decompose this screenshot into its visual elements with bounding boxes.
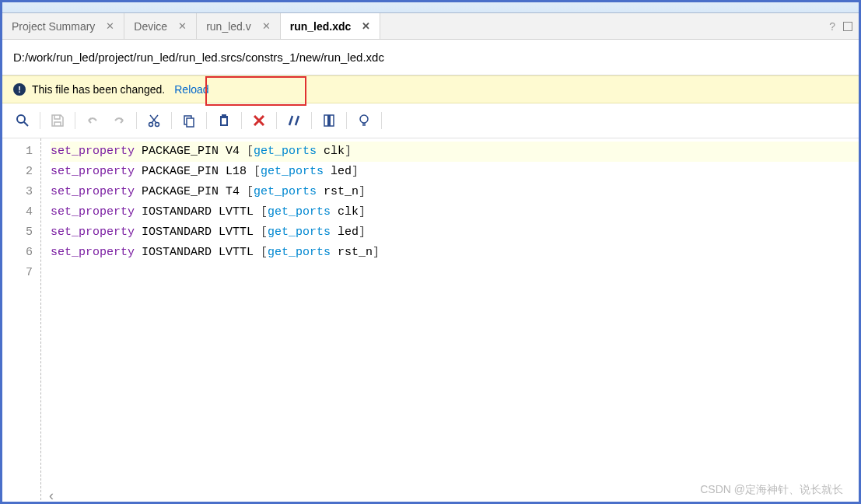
close-icon[interactable]: ✕ xyxy=(362,20,370,32)
redo-icon[interactable] xyxy=(107,110,131,131)
svg-line-13 xyxy=(289,116,292,125)
code-line[interactable]: set_property IOSTANDARD LVTTL [get_ports… xyxy=(51,222,859,243)
tab-device[interactable]: Device ✕ xyxy=(124,13,197,39)
svg-rect-10 xyxy=(222,118,226,124)
code-line[interactable] xyxy=(51,263,859,283)
line-number: 7 xyxy=(2,263,33,283)
separator xyxy=(311,112,312,129)
cut-icon[interactable] xyxy=(142,110,166,131)
code-line[interactable]: set_property IOSTANDARD LVTTL [get_ports… xyxy=(51,243,859,263)
column-select-icon[interactable] xyxy=(317,110,341,131)
svg-line-1 xyxy=(24,122,28,126)
editor-toolbar xyxy=(2,103,859,138)
info-icon: ! xyxy=(13,83,26,96)
separator xyxy=(171,112,172,129)
code-content[interactable]: set_property PACKAGE_PIN V4 [get_ports c… xyxy=(41,138,859,504)
separator xyxy=(276,112,277,129)
tab-label: run_led.v xyxy=(206,20,251,33)
separator xyxy=(346,112,347,129)
watermark: CSDN @定海神针、说长就长 xyxy=(700,483,843,497)
comment-icon[interactable] xyxy=(282,110,306,131)
separator xyxy=(206,112,207,129)
undo-icon[interactable] xyxy=(80,110,105,131)
annotation-highlight-box xyxy=(205,76,306,106)
copy-icon[interactable] xyxy=(177,110,201,131)
tab-label: run_led.xdc xyxy=(290,20,352,33)
tab-label: Project Summary xyxy=(12,20,95,33)
file-path: D:/work/run_led/project/run_led/run_led.… xyxy=(2,40,859,75)
help-icon[interactable]: ? xyxy=(829,20,835,33)
line-number: 5 xyxy=(2,222,33,243)
tab-bar: Project Summary ✕ Device ✕ run_led.v ✕ r… xyxy=(2,13,859,40)
code-line[interactable]: set_property IOSTANDARD LVTTL [get_ports… xyxy=(51,202,859,222)
save-icon[interactable] xyxy=(45,110,70,131)
code-editor[interactable]: 1234567 set_property PACKAGE_PIN V4 [get… xyxy=(2,138,859,504)
svg-line-14 xyxy=(296,116,299,125)
close-icon[interactable]: ✕ xyxy=(106,20,114,32)
tab-label: Device xyxy=(134,20,167,33)
separator xyxy=(75,112,75,129)
separator xyxy=(40,112,40,129)
close-icon[interactable]: ✕ xyxy=(262,20,271,32)
separator xyxy=(136,112,137,129)
separator xyxy=(381,112,382,129)
svg-point-17 xyxy=(360,115,368,123)
tab-run-led-v[interactable]: run_led.v ✕ xyxy=(197,13,281,39)
scroll-left-icon[interactable]: ‹ xyxy=(49,488,54,504)
window-title-bar xyxy=(2,2,859,13)
code-line[interactable]: set_property PACKAGE_PIN L18 [get_ports … xyxy=(51,162,859,182)
line-number: 1 xyxy=(2,142,33,162)
tab-project-summary[interactable]: Project Summary ✕ xyxy=(2,13,124,39)
line-gutter: 1234567 xyxy=(2,138,41,504)
reload-link[interactable]: Reload xyxy=(174,83,208,96)
close-icon[interactable]: ✕ xyxy=(178,20,187,32)
paste-icon[interactable] xyxy=(212,110,236,131)
line-number: 6 xyxy=(2,243,33,263)
line-number: 2 xyxy=(2,162,33,182)
svg-rect-16 xyxy=(327,115,331,126)
svg-rect-7 xyxy=(187,118,194,127)
notification-bar: ! This file has been changed. Reload xyxy=(2,75,859,103)
separator xyxy=(241,112,242,129)
line-number: 3 xyxy=(2,182,33,202)
svg-rect-9 xyxy=(222,114,226,117)
code-line[interactable]: set_property PACKAGE_PIN V4 [get_ports c… xyxy=(51,142,859,162)
notification-text: This file has been changed. xyxy=(32,83,165,96)
delete-icon[interactable] xyxy=(247,110,271,131)
code-line[interactable]: set_property PACKAGE_PIN T4 [get_ports r… xyxy=(51,182,859,202)
svg-point-0 xyxy=(17,115,25,123)
tab-run-led-xdc[interactable]: run_led.xdc ✕ xyxy=(281,13,381,39)
maximize-icon[interactable] xyxy=(843,22,852,31)
line-number: 4 xyxy=(2,202,33,222)
bulb-icon[interactable] xyxy=(352,110,376,131)
search-icon[interactable] xyxy=(10,110,35,131)
